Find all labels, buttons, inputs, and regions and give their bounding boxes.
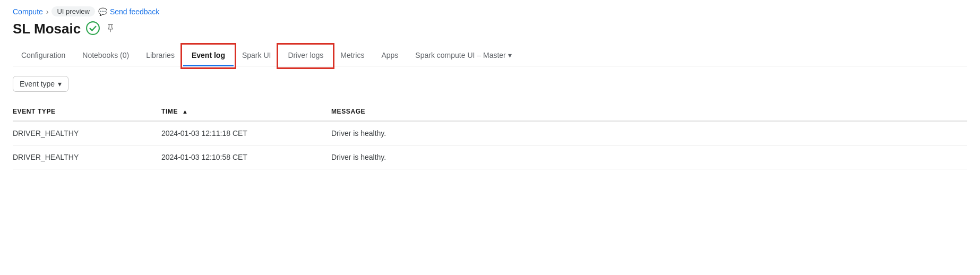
tab-spark-compute-ui-label: Spark compute UI – Master <box>415 51 505 59</box>
send-feedback-link[interactable]: 💬 Send feedback <box>98 7 159 16</box>
col-header-event-type: EVENT TYPE <box>13 102 161 121</box>
table-row: DRIVER_HEALTHY2024-01-03 12:11:18 CETDri… <box>13 121 967 145</box>
tab-libraries[interactable]: Libraries <box>137 46 183 66</box>
tab-spark-compute-ui[interactable]: Spark compute UI – Master ▾ <box>407 46 520 66</box>
table-row: DRIVER_HEALTHY2024-01-03 12:10:58 CETDri… <box>13 145 967 169</box>
tab-apps[interactable]: Apps <box>373 46 407 66</box>
col-header-time[interactable]: TIME ▲ <box>161 102 331 121</box>
tab-driver-logs[interactable]: Driver logs <box>279 46 332 66</box>
page-title: SL Mosaic <box>13 21 81 37</box>
cell-time: 2024-01-03 12:10:58 CET <box>161 145 331 169</box>
status-healthy-icon <box>86 21 100 37</box>
tab-event-log[interactable]: Event log <box>183 46 234 66</box>
table-header-row: EVENT TYPE TIME ▲ MESSAGE <box>13 102 967 121</box>
chevron-down-icon: ▾ <box>508 51 512 59</box>
sort-arrow-icon: ▲ <box>182 108 188 115</box>
svg-point-0 <box>87 22 99 35</box>
pin-icon[interactable] <box>105 23 116 35</box>
cell-time: 2024-01-03 12:11:18 CET <box>161 121 331 145</box>
event-type-filter[interactable]: Event type ▾ <box>13 76 68 92</box>
filter-row: Event type ▾ <box>13 76 967 92</box>
feedback-icon: 💬 <box>98 7 107 16</box>
event-log-table: EVENT TYPE TIME ▲ MESSAGE DRIVER_HEALTHY… <box>13 102 967 169</box>
page-container: Compute › UI preview 💬 Send feedback SL … <box>0 0 980 182</box>
cell-message: Driver is healthy. <box>331 145 967 169</box>
breadcrumb: Compute › UI preview 💬 Send feedback <box>13 6 967 16</box>
cell-event-type: DRIVER_HEALTHY <box>13 121 161 145</box>
tab-notebooks[interactable]: Notebooks (0) <box>74 46 137 66</box>
feedback-label: Send feedback <box>110 7 159 16</box>
breadcrumb-current: UI preview <box>51 6 94 16</box>
breadcrumb-compute-link[interactable]: Compute <box>13 7 43 16</box>
nav-tabs: Configuration Notebooks (0) Libraries Ev… <box>13 46 967 66</box>
tab-spark-ui[interactable]: Spark UI <box>234 46 279 66</box>
cell-message: Driver is healthy. <box>331 121 967 145</box>
title-row: SL Mosaic <box>13 21 967 37</box>
tab-configuration[interactable]: Configuration <box>13 46 74 66</box>
cell-event-type: DRIVER_HEALTHY <box>13 145 161 169</box>
tab-metrics[interactable]: Metrics <box>332 46 373 66</box>
filter-label: Event type <box>20 80 55 88</box>
filter-chevron-icon: ▾ <box>58 80 62 88</box>
col-header-message: MESSAGE <box>331 102 967 121</box>
breadcrumb-separator: › <box>46 7 49 16</box>
